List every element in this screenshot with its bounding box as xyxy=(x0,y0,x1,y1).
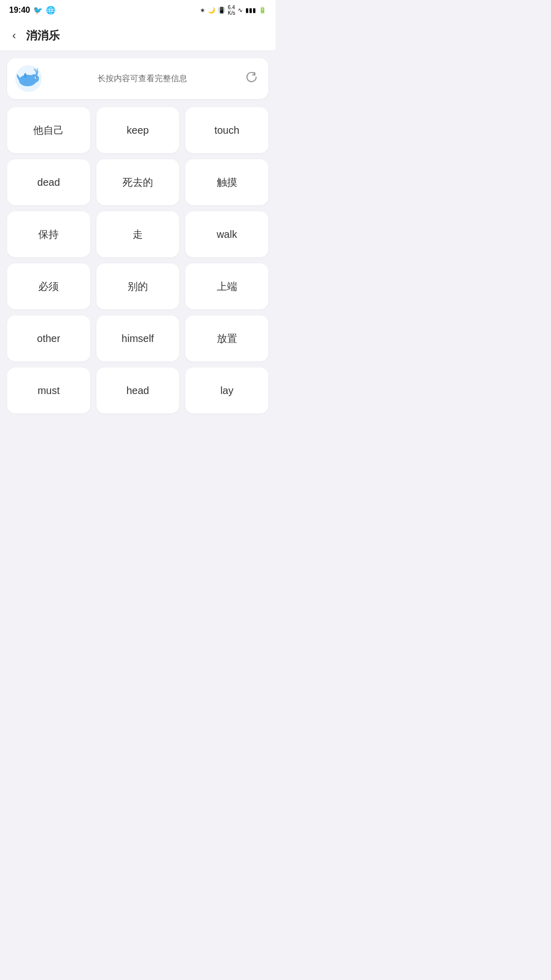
word-card-c11[interactable]: 别的 xyxy=(96,263,180,309)
word-card-c9[interactable]: walk xyxy=(185,211,268,257)
word-card-c18[interactable]: lay xyxy=(185,368,268,413)
main-content: 长按内容可查看完整信息 他自己keeptouchdead死去的触摸保持走walk… xyxy=(0,51,276,424)
word-card-c13[interactable]: other xyxy=(7,315,90,361)
word-card-c14[interactable]: himself xyxy=(96,315,180,361)
word-card-c6[interactable]: 触摸 xyxy=(185,159,268,205)
word-card-c3[interactable]: touch xyxy=(185,107,268,153)
word-card-c10[interactable]: 必须 xyxy=(7,263,90,309)
word-card-c15[interactable]: 放置 xyxy=(185,315,268,361)
back-button[interactable]: ‹ xyxy=(8,27,20,44)
back-icon: ‹ xyxy=(12,29,16,42)
svg-point-5 xyxy=(34,68,36,70)
status-right: ∗ 🌙 📳 6.4K/s ∿ ▮▮▮ 🔋 xyxy=(200,5,266,16)
svg-point-2 xyxy=(30,75,39,83)
wifi-icon: ∿ xyxy=(238,7,243,14)
hint-text: 长按内容可查看完整信息 xyxy=(49,74,236,84)
word-card-c17[interactable]: head xyxy=(96,368,180,413)
word-card-c12[interactable]: 上端 xyxy=(185,263,268,309)
svg-point-6 xyxy=(37,68,38,69)
whale-logo xyxy=(14,64,43,93)
moon-icon: 🌙 xyxy=(208,7,215,14)
signal-icon: ▮▮▮ xyxy=(245,7,256,14)
word-card-c5[interactable]: 死去的 xyxy=(96,159,180,205)
svg-point-4 xyxy=(36,77,37,78)
word-card-c7[interactable]: 保持 xyxy=(7,211,90,257)
status-bar: 19:40 🐦 🌐 ∗ 🌙 📳 6.4K/s ∿ ▮▮▮ 🔋 xyxy=(0,0,276,20)
status-left: 19:40 🐦 🌐 xyxy=(9,6,56,15)
word-card-c2[interactable]: keep xyxy=(96,107,180,153)
word-card-c16[interactable]: must xyxy=(7,368,90,413)
info-bar: 长按内容可查看完整信息 xyxy=(7,58,268,99)
app-icon-1: 🐦 xyxy=(33,6,43,15)
header: ‹ 消消乐 xyxy=(0,20,276,51)
word-grid: 他自己keeptouchdead死去的触摸保持走walk必须别的上端otherh… xyxy=(7,107,268,413)
vibrate-icon: 📳 xyxy=(218,7,226,14)
word-card-c8[interactable]: 走 xyxy=(96,211,180,257)
refresh-icon xyxy=(244,70,259,87)
page-title: 消消乐 xyxy=(26,28,60,43)
refresh-button[interactable] xyxy=(242,69,261,88)
word-card-c1[interactable]: 他自己 xyxy=(7,107,90,153)
bottom-area xyxy=(0,424,276,648)
app-icon-2: 🌐 xyxy=(46,6,56,15)
word-card-c4[interactable]: dead xyxy=(7,159,90,205)
battery-icon: 🔋 xyxy=(259,7,266,14)
status-time: 19:40 xyxy=(9,6,30,15)
bluetooth-icon: ∗ xyxy=(200,7,205,14)
speed-icon: 6.4K/s xyxy=(228,5,235,16)
